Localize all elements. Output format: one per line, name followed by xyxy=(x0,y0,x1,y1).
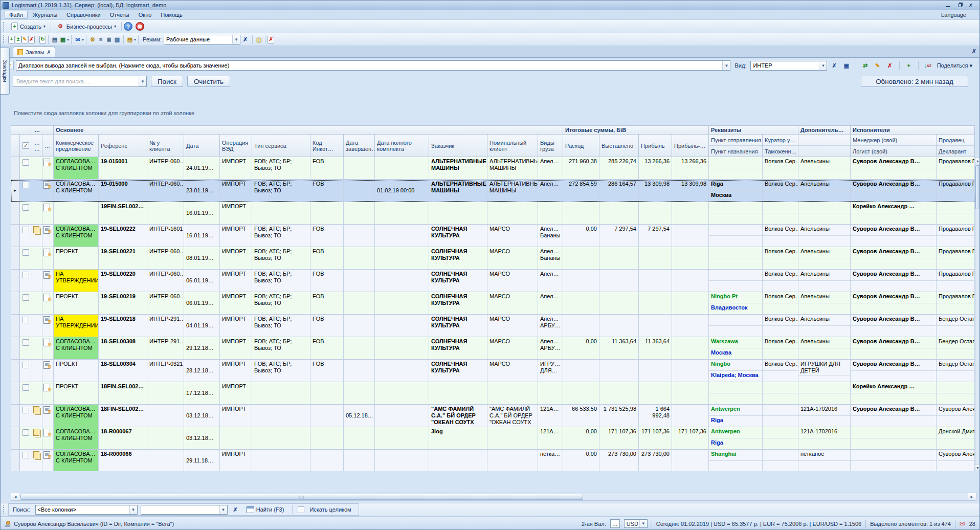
row-checkbox[interactable] xyxy=(23,429,29,436)
table-row[interactable]: 19FIN-SEL002…16.01.19…ИМПОРТКорейко Алек… xyxy=(11,202,975,225)
header-seller[interactable]: ПродавецДекларант xyxy=(937,135,975,157)
table-row[interactable]: СОГЛАСОВА… С КЛИЕНТОМ18FIN-SEL002…03.12.… xyxy=(11,405,975,427)
menu-journals[interactable]: Журналы xyxy=(29,11,61,18)
menu-reports[interactable]: Отчеты xyxy=(106,11,133,18)
header-incoterm[interactable]: Код Инкот… xyxy=(310,135,344,157)
table-row[interactable]: НА УТВЕРЖДЕНИИ19-SEL00218ИНТЕР-291…04.01… xyxy=(11,315,975,337)
row-select-cell[interactable] xyxy=(20,270,32,292)
header-manager[interactable]: Менеджер (свой)Логист (свой) xyxy=(851,135,937,157)
tab-orders[interactable]: Заказы ✗ xyxy=(13,47,55,57)
band-executors[interactable]: Исполнители xyxy=(851,125,975,135)
copy-icon-cell[interactable] xyxy=(32,450,42,471)
header-date_done[interactable]: Дата завершен… xyxy=(344,135,375,157)
band-icons[interactable]: … xyxy=(32,125,54,135)
row-select-cell[interactable] xyxy=(20,450,32,471)
view-clear-icon[interactable]: ✗ xyxy=(829,62,839,69)
document-gear-icon[interactable] xyxy=(43,249,50,256)
search-box[interactable]: ▼ xyxy=(13,76,147,87)
create-button[interactable]: + Создать▾ xyxy=(8,21,49,31)
doc-icon-cell[interactable] xyxy=(42,337,54,360)
new-record-icon[interactable]: + xyxy=(8,36,15,43)
header-billed[interactable]: Выставлено xyxy=(599,135,639,157)
row-select-cell[interactable] xyxy=(20,382,32,405)
delete-view-icon[interactable]: ✗ xyxy=(885,61,895,71)
header-service[interactable]: Тип сервиса xyxy=(252,135,310,157)
copy-icon-cell[interactable] xyxy=(32,270,42,292)
doc-icon-cell[interactable] xyxy=(42,405,54,427)
document-gear-icon[interactable] xyxy=(43,181,50,189)
dense-view-icon[interactable]: ≣ xyxy=(105,35,113,43)
row-checkbox[interactable] xyxy=(23,317,29,323)
copy-icon-cell[interactable] xyxy=(32,427,42,450)
scroll-up-icon[interactable]: ▲ xyxy=(975,158,980,164)
band-totals[interactable]: Итоговые суммы, Б\В xyxy=(563,125,709,135)
document-gear-icon[interactable] xyxy=(43,361,50,369)
header-curator[interactable]: Куратор у…Таможенн… xyxy=(763,135,798,157)
sort-az-icon[interactable]: ↓AZ xyxy=(923,61,933,71)
mail-icon[interactable]: ✉ xyxy=(74,35,82,43)
toolbar-grip-2[interactable] xyxy=(3,35,6,44)
document-gear-icon[interactable] xyxy=(43,316,50,324)
whole-word-checkbox[interactable] xyxy=(298,506,304,513)
menu-file[interactable]: Файл xyxy=(5,11,28,19)
row-checkbox[interactable] xyxy=(23,362,29,368)
doc-icon-cell[interactable] xyxy=(42,315,54,337)
view-settings-icon[interactable]: ▥ xyxy=(113,35,121,43)
document-gear-icon[interactable] xyxy=(43,294,50,301)
row-checkbox[interactable] xyxy=(23,204,29,211)
menu-language[interactable]: Language xyxy=(937,11,970,18)
band-additional[interactable]: Дополнитель… xyxy=(798,125,851,135)
row-checkbox[interactable] xyxy=(23,407,29,413)
copy-document-icon[interactable] xyxy=(33,429,39,436)
vertical-scrollbar[interactable]: ▲ ▼ xyxy=(975,157,980,471)
header-nominal[interactable]: Номинальный клиент xyxy=(487,135,538,157)
mail-notification-icon[interactable]: ✉ xyxy=(960,520,965,527)
business-processes-button[interactable]: ⚙ Бизнес-процессы▾ xyxy=(53,21,119,32)
clear-button[interactable]: Очистить xyxy=(187,76,230,87)
table-row[interactable]: ►СОГЛАСОВА… С КЛИЕНТОМ19-015000ИНТЕР-060… xyxy=(11,180,975,202)
currency-combo[interactable]: USD ▼ xyxy=(624,519,648,528)
header-profit[interactable]: Прибыль xyxy=(639,135,672,157)
help-icon[interactable]: ? xyxy=(124,22,132,31)
doc-icon-cell[interactable] xyxy=(42,360,54,382)
doc-icon-cell[interactable] xyxy=(42,270,54,292)
search-input[interactable] xyxy=(15,78,139,84)
copy-icon-cell[interactable] xyxy=(32,247,42,270)
copy-icon-cell[interactable] xyxy=(32,382,42,405)
select-all-header[interactable]: ✓ xyxy=(20,135,32,157)
document-gear-icon[interactable] xyxy=(43,339,50,346)
row-checkbox[interactable] xyxy=(23,249,29,256)
band-requisites[interactable]: Реквизиты xyxy=(709,125,798,135)
header-status[interactable]: Коммерческое предложение xyxy=(54,135,99,157)
copy-icon-cell[interactable] xyxy=(32,157,42,180)
copy-icon-cell[interactable] xyxy=(32,337,42,360)
bookmarks-vertical-tab[interactable]: Закладки xyxy=(1,48,10,95)
header-customer[interactable]: Заказчик xyxy=(429,135,487,157)
header-profit2[interactable]: Прибыль-… xyxy=(672,135,709,157)
delete-record-icon[interactable]: ✗ xyxy=(28,36,35,43)
list-view-icon[interactable]: ≡ xyxy=(97,35,105,43)
row-checkbox[interactable] xyxy=(23,159,29,166)
view-dropdown-icon[interactable]: ▼ xyxy=(819,61,827,70)
row-checkbox[interactable] xyxy=(23,182,29,188)
toolbar-grip[interactable] xyxy=(3,22,6,31)
header-date[interactable]: Дата xyxy=(184,135,220,157)
document-gear-icon[interactable] xyxy=(43,384,50,391)
range-filter-box[interactable]: Диапазон вывода записей не выбран. (Нажм… xyxy=(16,60,730,71)
row-checkbox[interactable] xyxy=(23,227,29,233)
updated-button[interactable]: Обновлено: 2 мин назад xyxy=(861,76,968,87)
menu-window[interactable]: Окно xyxy=(135,11,156,18)
row-select-cell[interactable] xyxy=(20,225,32,247)
row-select-cell[interactable] xyxy=(20,180,32,202)
scroll-left-icon[interactable]: ◄ xyxy=(11,493,19,500)
search-dropdown-icon[interactable]: ▼ xyxy=(139,76,146,86)
row-select-cell[interactable] xyxy=(20,202,32,225)
row-select-cell[interactable] xyxy=(20,157,32,180)
copy-document-icon[interactable] xyxy=(33,226,39,233)
share-button[interactable]: Поделиться ▾ xyxy=(935,62,974,69)
band-main[interactable]: Основное xyxy=(54,125,563,135)
document-gear-icon[interactable] xyxy=(43,406,50,414)
group-panel[interactable]: Поместите сюда заголовок колонки для гру… xyxy=(1,90,979,125)
header-op[interactable]: Операция ВЭД xyxy=(220,135,252,157)
row-select-cell[interactable] xyxy=(20,315,32,337)
